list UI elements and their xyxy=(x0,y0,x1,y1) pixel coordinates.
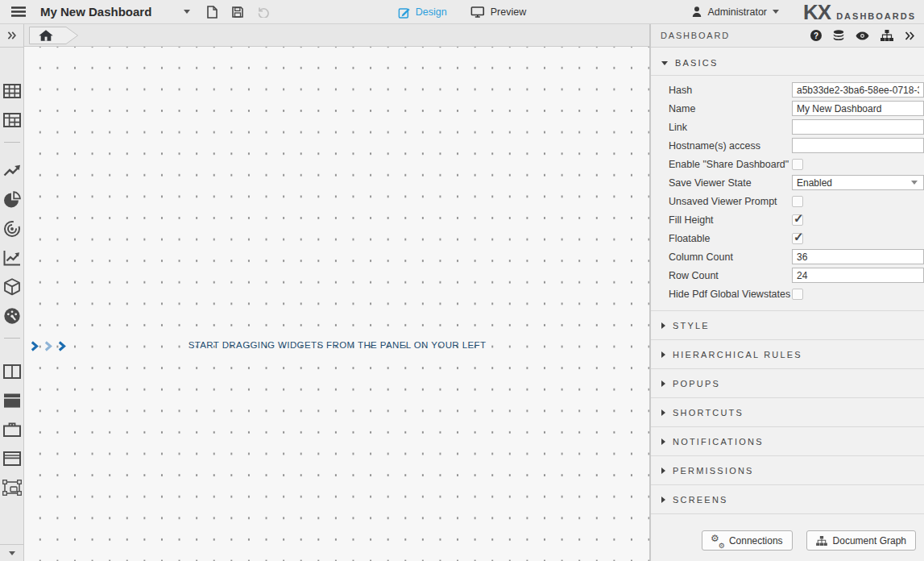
palette-divider xyxy=(4,338,20,339)
help-button[interactable]: ? xyxy=(810,30,822,41)
properties-panel-header: DASHBOARD ? xyxy=(651,24,924,48)
field-label-hash: Hash xyxy=(669,85,792,96)
new-dashboard-button[interactable] xyxy=(203,3,221,21)
widget-accordion[interactable] xyxy=(0,444,23,473)
section-permissions-label: PERMISSIONS xyxy=(673,466,754,476)
field-row-floatable: Floatable xyxy=(651,229,924,247)
section-popups[interactable]: POPUPS xyxy=(651,368,924,397)
question-icon: ? xyxy=(810,30,822,41)
section-permissions[interactable]: PERMISSIONS xyxy=(651,455,924,484)
connections-button[interactable]: ⚙⚙ Connections xyxy=(702,530,793,551)
widget-tabs[interactable] xyxy=(0,415,23,444)
field-row-row-count: Row Count xyxy=(651,266,924,285)
tab-design[interactable]: Design xyxy=(398,6,447,19)
section-style[interactable]: STYLE xyxy=(651,310,924,339)
widget-split-layout[interactable] xyxy=(0,357,23,386)
connections-button-label: Connections xyxy=(729,535,783,546)
undo-button[interactable] xyxy=(255,3,272,21)
widget-group-canvas[interactable] xyxy=(0,473,23,502)
caret-right-icon xyxy=(661,351,665,358)
widget-panel[interactable] xyxy=(0,386,23,415)
save-viewer-state-select[interactable]: Enabled xyxy=(792,175,924,190)
caret-down-icon xyxy=(911,181,918,185)
link-input[interactable] xyxy=(792,119,924,135)
unsaved-viewer-prompt-checkbox[interactable] xyxy=(792,196,803,207)
panel-title: DASHBOARD xyxy=(661,31,730,40)
widget-palette-sidebar xyxy=(0,24,24,561)
user-area: Administrator KX DASHBOARDS xyxy=(692,2,916,23)
home-screen-tab[interactable] xyxy=(29,27,79,44)
top-toolbar: My New Dashboard Design Preview Administ… xyxy=(0,0,924,24)
document-graph-button[interactable] xyxy=(880,30,893,41)
screen-tab-bar xyxy=(24,24,650,47)
palette-scroll-down-button[interactable] xyxy=(0,544,23,561)
design-icon xyxy=(398,6,410,19)
menu-icon[interactable] xyxy=(11,6,26,17)
field-label-name: Name xyxy=(669,103,792,114)
caret-right-icon xyxy=(661,322,665,329)
section-notifications[interactable]: NOTIFICATIONS xyxy=(651,426,924,455)
hash-input[interactable] xyxy=(792,82,924,98)
caret-right-icon xyxy=(661,438,665,445)
field-row-hostname-access: Hostname(s) access xyxy=(651,136,924,155)
widget-3d-chart[interactable] xyxy=(0,272,23,301)
collapse-panel-button[interactable] xyxy=(905,31,914,40)
row-count-input[interactable] xyxy=(792,268,924,283)
column-count-input[interactable] xyxy=(792,249,924,264)
preview-dashboard-button[interactable] xyxy=(856,31,869,40)
kx-logo: KX xyxy=(803,2,831,23)
section-basics-header[interactable]: BASICS xyxy=(651,48,924,76)
fill-height-checkbox[interactable] xyxy=(792,214,803,226)
user-menu[interactable]: Administrator xyxy=(707,6,767,18)
sitemap-icon xyxy=(880,30,893,41)
widget-pivot-grid[interactable] xyxy=(0,106,23,135)
widget-data-grid[interactable] xyxy=(0,77,23,106)
widget-chart-canvas[interactable] xyxy=(0,243,23,272)
eye-icon xyxy=(856,31,869,40)
field-label-floatable: Floatable xyxy=(669,233,792,244)
caret-right-icon xyxy=(661,380,665,387)
caret-down-icon xyxy=(661,61,668,65)
section-shortcuts-label: SHORTCUTS xyxy=(673,408,744,418)
tab-design-label: Design xyxy=(416,6,447,18)
floatable-checkbox[interactable] xyxy=(792,233,803,244)
widget-pie-chart[interactable] xyxy=(0,185,23,214)
field-row-unsaved-viewer-prompt: Unsaved Viewer Prompt xyxy=(651,192,924,210)
save-button[interactable] xyxy=(229,3,247,21)
preview-icon xyxy=(471,6,485,18)
title-dropdown-caret-icon[interactable] xyxy=(184,10,190,14)
name-input[interactable] xyxy=(792,101,924,116)
section-screens[interactable]: SCREENS xyxy=(651,484,924,513)
field-label-fill-height: Fill Height xyxy=(669,214,792,226)
dashboard-canvas[interactable]: START DRAGGING WIDGETS FROM THE PANEL ON… xyxy=(24,47,650,561)
field-row-fill-height: Fill Height xyxy=(651,210,924,229)
section-screens-label: SCREENS xyxy=(673,495,728,505)
section-style-label: STYLE xyxy=(673,321,710,330)
gears-icon: ⚙⚙ xyxy=(711,535,723,546)
widget-gauge[interactable] xyxy=(0,301,23,330)
tab-preview[interactable]: Preview xyxy=(471,6,526,18)
sitemap-icon xyxy=(816,536,827,546)
field-label-hostname-access: Hostname(s) access xyxy=(669,140,792,152)
section-notifications-label: NOTIFICATIONS xyxy=(673,437,764,447)
field-label-column-count: Column Count xyxy=(669,251,792,263)
document-graph-footer-button[interactable]: Document Graph xyxy=(806,530,916,551)
expand-palette-button[interactable] xyxy=(0,24,23,48)
field-label-share-dashboard: Enable "Share Dashboard" xyxy=(669,159,792,170)
share-dashboard-checkbox[interactable] xyxy=(792,159,803,170)
user-dropdown-caret-icon[interactable] xyxy=(773,10,779,14)
hostname-access-input[interactable] xyxy=(792,138,924,153)
field-label-hide-pdf-global-viewstates: Hide Pdf Global Viewstates xyxy=(669,289,792,300)
widget-radial-gauge[interactable] xyxy=(0,214,23,243)
mode-tabs: Design Preview xyxy=(398,0,526,24)
hide-pdf-global-viewstates-checkbox[interactable] xyxy=(792,289,803,300)
dashboard-title: My New Dashboard xyxy=(40,5,151,19)
field-label-save-viewer-state: Save Viewer State xyxy=(669,177,792,189)
collapsed-sections: STYLE HIERARCHICAL RULES POPUPS SHORTCUT… xyxy=(651,310,924,514)
double-chevron-right-icon xyxy=(905,31,914,40)
widget-line-chart[interactable] xyxy=(0,156,23,185)
section-hierarchical-rules[interactable]: HIERARCHICAL RULES xyxy=(651,339,924,368)
section-shortcuts[interactable]: SHORTCUTS xyxy=(651,397,924,426)
field-row-share-dashboard: Enable "Share Dashboard" xyxy=(651,155,924,173)
data-sources-button[interactable] xyxy=(833,30,844,42)
